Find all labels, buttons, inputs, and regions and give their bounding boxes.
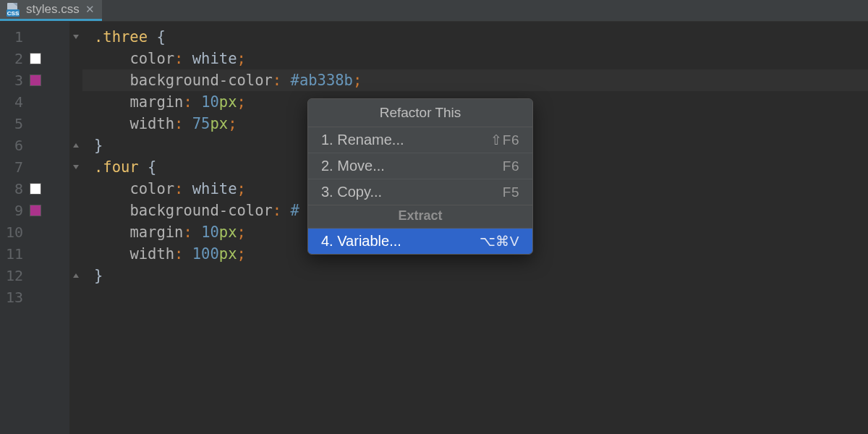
gutter-swatch-slot (27, 113, 43, 135)
gutter-swatch-slot (27, 91, 43, 113)
popup-item-shortcut: ⇧F6 (490, 132, 519, 148)
tab-styles-css[interactable]: CSS styles.css ✕ (0, 0, 102, 21)
popup-item-label: 4. Variable... (321, 233, 401, 250)
popup-item-shortcut: F6 (503, 158, 519, 174)
fold-open-icon[interactable] (69, 156, 82, 178)
popup-item-shortcut: F5 (503, 184, 519, 200)
popup-item-label: 1. Rename... (321, 132, 404, 148)
line-number: 11 (0, 243, 27, 265)
popup-item-shortcut: ⌥⌘V (480, 233, 519, 250)
popup-item[interactable]: 3. Copy...F5 (308, 179, 532, 205)
popup-item-label: 2. Move... (321, 158, 385, 174)
code-line[interactable] (82, 286, 868, 308)
code-line[interactable]: } (82, 265, 868, 286)
popup-item[interactable]: 2. Move...F6 (308, 153, 532, 179)
fold-close-icon[interactable] (69, 135, 82, 156)
gutter-swatch-slot (27, 286, 43, 308)
color-swatch[interactable] (30, 53, 41, 64)
fold-spacer (69, 113, 82, 135)
line-number: 13 (0, 286, 27, 308)
refactor-popup: Refactor This 1. Rename...⇧F62. Move...F… (307, 98, 533, 255)
line-number: 9 (0, 200, 27, 221)
fold-spacer (69, 48, 82, 69)
tab-bar: CSS styles.css ✕ (0, 0, 868, 22)
color-swatch[interactable] (30, 75, 41, 86)
popup-item[interactable]: 1. Rename...⇧F6 (308, 127, 532, 153)
fold-spacer (69, 286, 82, 308)
editor: 12345678910111213 .three { color: white;… (0, 22, 868, 434)
code-line[interactable]: background-color: #ab338b; (82, 69, 868, 91)
gutter-swatch-slot (27, 221, 43, 243)
tab-close-icon[interactable]: ✕ (85, 3, 95, 16)
line-number: 6 (0, 135, 27, 156)
gutter-swatch-slot (27, 200, 43, 221)
line-number: 8 (0, 178, 27, 200)
fold-spacer (69, 69, 82, 91)
gutter-swatch-slot (27, 265, 43, 286)
fold-open-icon[interactable] (69, 26, 82, 48)
line-number: 10 (0, 221, 27, 243)
tab-label: styles.css (26, 2, 80, 17)
gutter: 12345678910111213 (0, 22, 69, 434)
fold-close-icon[interactable] (69, 265, 82, 286)
popup-section-extract: Extract (308, 205, 532, 228)
line-number: 4 (0, 91, 27, 113)
color-swatch[interactable] (30, 183, 41, 195)
gutter-swatch-slot (27, 69, 43, 91)
gutter-swatch-slot (27, 48, 43, 69)
gutter-swatch-slot (27, 243, 43, 265)
popup-item-label: 3. Copy... (321, 184, 382, 200)
line-number: 2 (0, 48, 27, 69)
fold-spacer (69, 91, 82, 113)
line-number: 3 (0, 69, 27, 91)
svg-text:CSS: CSS (7, 10, 20, 17)
line-number: 1 (0, 26, 27, 48)
gutter-swatch-slot (27, 135, 43, 156)
fold-spacer (69, 221, 82, 243)
code-line[interactable]: color: white; (82, 48, 868, 69)
gutter-swatch-slot (27, 26, 43, 48)
line-number: 7 (0, 156, 27, 178)
line-number: 12 (0, 265, 27, 286)
fold-column (69, 22, 82, 434)
gutter-swatch-slot (27, 156, 43, 178)
color-swatch[interactable] (30, 205, 41, 216)
code-line[interactable]: .three { (82, 26, 868, 48)
line-number: 5 (0, 113, 27, 135)
popup-item[interactable]: 4. Variable...⌥⌘V (308, 228, 532, 254)
fold-spacer (69, 243, 82, 265)
fold-spacer (69, 200, 82, 221)
popup-title: Refactor This (308, 99, 532, 127)
css-file-icon: CSS (6, 2, 20, 17)
fold-spacer (69, 178, 82, 200)
gutter-swatch-slot (27, 178, 43, 200)
